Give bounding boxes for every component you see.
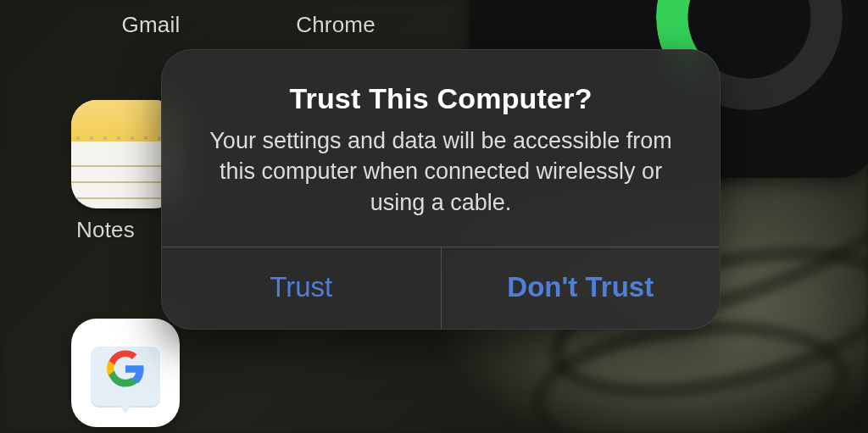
dialog-actions: Trust Don't Trust — [162, 247, 720, 329]
keyboard-pointer-icon — [112, 395, 139, 414]
trust-computer-dialog: Trust This Computer? Your settings and d… — [161, 49, 721, 330]
app-icon-gboard[interactable] — [71, 319, 180, 427]
dialog-title: Trust This Computer? — [201, 82, 681, 115]
google-g-icon — [106, 349, 145, 388]
dialog-body: Trust This Computer? Your settings and d… — [162, 50, 720, 247]
dont-trust-button[interactable]: Don't Trust — [442, 247, 721, 329]
app-label-chrome: Chrome — [276, 12, 395, 38]
dialog-message: Your settings and data will be accessibl… — [201, 125, 681, 218]
app-label-gmail: Gmail — [100, 12, 202, 38]
trust-button[interactable]: Trust — [162, 247, 441, 329]
